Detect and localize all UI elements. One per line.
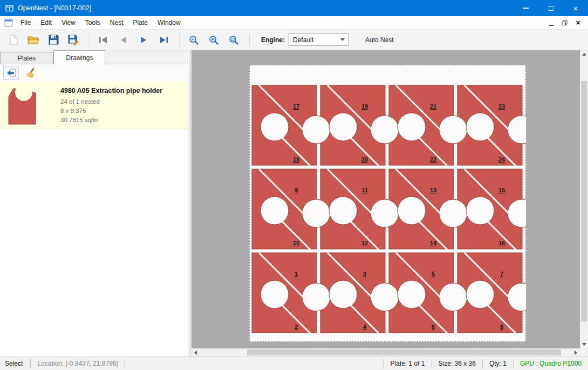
toolbar-separator bbox=[89, 33, 90, 46]
menu-window[interactable]: Window bbox=[153, 16, 186, 30]
auto-nest-button[interactable]: Auto Nest bbox=[362, 34, 397, 46]
nest-layout: 171819202122232491011121314151612345678 bbox=[249, 65, 526, 342]
toolbar-separator bbox=[179, 33, 180, 46]
menu-nest[interactable]: Nest bbox=[105, 16, 128, 30]
go-next-icon bbox=[138, 36, 149, 44]
scrollbar-corner bbox=[580, 348, 588, 356]
part-number: 9 bbox=[295, 187, 298, 193]
part-number: 24 bbox=[498, 156, 505, 163]
zoom-fit-icon bbox=[228, 35, 239, 45]
maximize-icon bbox=[549, 6, 553, 11]
maximize-button[interactable] bbox=[538, 0, 563, 16]
go-first-icon bbox=[98, 36, 110, 44]
save-as-icon bbox=[68, 35, 79, 45]
horizontal-scroll-thumb[interactable] bbox=[247, 349, 561, 355]
zoom-in-button[interactable] bbox=[204, 32, 223, 48]
menu-plate[interactable]: Plate bbox=[128, 16, 153, 30]
part-number: 5 bbox=[432, 271, 435, 277]
part-number: 14 bbox=[430, 240, 437, 246]
title-bar: OpenNest - [N0317-002] × bbox=[0, 0, 588, 16]
open-button[interactable] bbox=[24, 32, 43, 48]
vertical-scrollbar[interactable] bbox=[580, 50, 588, 348]
drawings-toolbar bbox=[0, 64, 188, 82]
chevron-down-icon bbox=[340, 38, 345, 41]
close-button[interactable]: × bbox=[563, 0, 588, 16]
status-bar: Select Location: [-0.9437, 21.8796] Plat… bbox=[0, 356, 588, 370]
engine-select[interactable]: Default bbox=[289, 33, 349, 46]
zoom-out-button[interactable] bbox=[184, 32, 203, 48]
menu-view[interactable]: View bbox=[57, 16, 80, 30]
scroll-right-button[interactable] bbox=[572, 348, 580, 356]
status-size: Size: 36 x 36 bbox=[432, 360, 482, 367]
mdi-minimize-button[interactable] bbox=[545, 18, 557, 28]
pipe-notch bbox=[371, 283, 399, 311]
pipe-notch bbox=[466, 113, 494, 141]
mdi-close-button[interactable]: × bbox=[572, 18, 584, 28]
open-folder-icon bbox=[28, 35, 39, 45]
mdi-window-controls: × bbox=[545, 18, 584, 28]
status-qty: Qty: 1 bbox=[483, 360, 513, 367]
pipe-notch bbox=[398, 113, 426, 141]
pipe-notch bbox=[439, 116, 467, 144]
menu-file[interactable]: File bbox=[16, 16, 36, 30]
vertical-scroll-thumb[interactable] bbox=[581, 81, 587, 321]
clean-drawings-button[interactable] bbox=[23, 66, 38, 80]
close-icon: × bbox=[573, 4, 578, 12]
pipe-notch bbox=[466, 280, 494, 308]
part-number: 4 bbox=[363, 324, 367, 330]
part-number: 3 bbox=[363, 271, 366, 277]
next-plate-button[interactable] bbox=[134, 32, 153, 48]
main-toolbar: Engine: Default Auto Nest bbox=[0, 30, 588, 50]
scroll-left-button[interactable] bbox=[192, 348, 200, 356]
first-plate-button[interactable] bbox=[94, 32, 113, 48]
pipe-notch bbox=[398, 280, 426, 308]
save-button[interactable] bbox=[44, 32, 63, 48]
drawing-item-text: 4980 A05 Extraction pipe holder 24 of 1 … bbox=[60, 86, 162, 124]
drawing-list-item[interactable]: 4980 A05 Extraction pipe holder 24 of 1 … bbox=[0, 82, 188, 129]
go-previous-icon bbox=[118, 36, 129, 44]
scroll-down-button[interactable] bbox=[580, 340, 588, 348]
pipe-notch bbox=[439, 283, 467, 311]
plate[interactable]: 171819202122232491011121314151612345678 bbox=[249, 65, 526, 342]
arrow-down-icon bbox=[582, 343, 586, 346]
flip-icon bbox=[6, 68, 17, 78]
sidebar-tabs: Plates Drawings bbox=[0, 50, 188, 64]
scroll-up-button[interactable] bbox=[580, 50, 588, 58]
part-number: 21 bbox=[430, 103, 436, 110]
arrow-up-icon bbox=[582, 53, 586, 56]
menu-edit[interactable]: Edit bbox=[36, 16, 57, 30]
part-number: 1 bbox=[295, 271, 298, 277]
previous-plate-button[interactable] bbox=[114, 32, 133, 48]
new-nest-button[interactable] bbox=[4, 32, 23, 48]
nest-canvas[interactable]: 171819202122232491011121314151612345678 bbox=[192, 50, 588, 356]
last-plate-button[interactable] bbox=[154, 32, 173, 48]
zoom-fit-button[interactable] bbox=[224, 32, 243, 48]
part-number: 17 bbox=[293, 103, 299, 110]
pipe-notch bbox=[261, 113, 289, 141]
document-icon bbox=[4, 19, 13, 27]
part-number: 15 bbox=[498, 187, 505, 193]
part-number: 7 bbox=[500, 271, 503, 277]
status-separator bbox=[125, 359, 125, 368]
flip-drawing-button[interactable] bbox=[3, 66, 19, 80]
tab-plates[interactable]: Plates bbox=[0, 52, 53, 64]
horizontal-scrollbar[interactable] bbox=[192, 348, 580, 356]
mdi-restore-button[interactable] bbox=[559, 18, 570, 28]
pipe-notch bbox=[371, 116, 399, 144]
status-gpu: GPU : Quadro P1000 bbox=[514, 360, 588, 367]
menu-tools[interactable]: Tools bbox=[80, 16, 105, 30]
part-number: 23 bbox=[498, 103, 505, 110]
drawing-nested-count: 24 of 1 nested bbox=[60, 97, 162, 106]
minimize-icon bbox=[523, 8, 529, 9]
save-as-button[interactable] bbox=[64, 32, 83, 48]
pipe-notch bbox=[329, 113, 357, 141]
part-number: 10 bbox=[293, 240, 299, 246]
minimize-button[interactable] bbox=[514, 0, 538, 16]
arrow-right-icon bbox=[575, 351, 577, 355]
tab-drawings[interactable]: Drawings bbox=[53, 50, 105, 64]
zoom-in-icon bbox=[208, 35, 219, 45]
engine-value: Default bbox=[293, 36, 313, 44]
pipe-notch bbox=[302, 116, 330, 144]
arrow-left-icon bbox=[194, 351, 197, 355]
part-number: 18 bbox=[293, 156, 299, 163]
